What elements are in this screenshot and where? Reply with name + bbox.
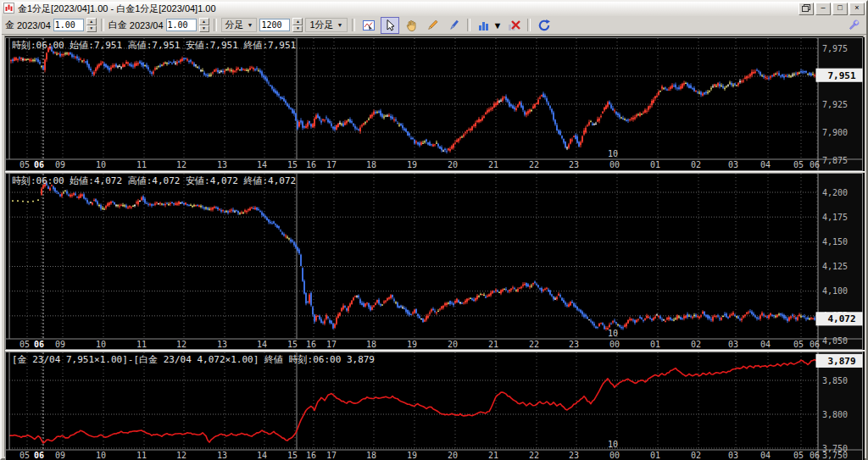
svg-text:11: 11: [136, 160, 147, 169]
svg-text:09: 09: [55, 340, 65, 349]
svg-text:16: 16: [306, 160, 316, 169]
svg-text:06: 06: [34, 160, 44, 169]
gold-multiplier-input[interactable]: [53, 19, 84, 31]
close-button[interactable]: ×: [849, 3, 865, 15]
pen-icon[interactable]: [444, 17, 463, 34]
svg-text:19: 19: [407, 340, 417, 349]
gold-spin-down-icon[interactable]: ▼: [86, 25, 97, 33]
svg-text:04: 04: [760, 340, 771, 349]
svg-text:00: 00: [609, 160, 620, 169]
platinum-spin-down-icon[interactable]: ▼: [199, 25, 209, 33]
minimize-button[interactable]: –: [815, 3, 831, 15]
toolbar-separator: [467, 19, 470, 31]
svg-text:01: 01: [650, 160, 660, 169]
bar-count-spin-up-icon[interactable]: ▲: [292, 18, 303, 25]
svg-text:05: 05: [793, 160, 804, 169]
svg-text:13: 13: [217, 160, 227, 169]
svg-text:7,875: 7,875: [822, 156, 848, 165]
svg-text:22: 22: [529, 451, 539, 460]
gold-multiplier-stepper[interactable]: ▲ ▼: [86, 18, 97, 32]
toolbar-separator: [101, 19, 104, 31]
svg-text:23: 23: [569, 160, 579, 169]
svg-text:14: 14: [257, 340, 267, 349]
svg-text:01: 01: [650, 451, 660, 460]
svg-text:20: 20: [448, 340, 458, 349]
platinum-symbol-label: 白金: [108, 19, 127, 31]
gold-chart-canvas[interactable]: 7,9757,9257,9007,87505060910111213141516…: [5, 37, 865, 171]
svg-text:18: 18: [366, 340, 376, 349]
svg-text:4,072: 4,072: [827, 313, 855, 324]
popout-window-button[interactable]: [798, 3, 814, 15]
bar-count-spin-down-icon[interactable]: ▼: [292, 25, 303, 33]
svg-text:02: 02: [691, 451, 701, 460]
svg-text:17: 17: [326, 451, 337, 460]
gold-spin-up-icon[interactable]: ▲: [86, 18, 97, 25]
bar-count-input[interactable]: [259, 19, 290, 31]
svg-text:7,925: 7,925: [822, 100, 848, 109]
svg-text:4,150: 4,150: [822, 237, 848, 247]
svg-text:10: 10: [608, 440, 618, 449]
svg-text:3,879: 3,879: [827, 356, 855, 367]
select-arrow-icon[interactable]: [381, 17, 399, 34]
svg-text:21: 21: [488, 160, 498, 169]
svg-text:18: 18: [366, 160, 376, 169]
svg-text:05: 05: [19, 451, 30, 460]
svg-text:7,900: 7,900: [822, 128, 848, 137]
platinum-chart-panel: 4,2004,1754,1504,1254,1004,0754,05005060…: [5, 173, 865, 350]
pan-hand-icon[interactable]: [402, 17, 420, 34]
platinum-spin-up-icon[interactable]: ▲: [199, 18, 209, 25]
toolbar-separator: [214, 19, 217, 31]
svg-text:19: 19: [407, 160, 417, 169]
svg-text:3,750: 3,750: [822, 451, 848, 460]
svg-text:11: 11: [136, 340, 147, 349]
gold-symbol-label: 金: [5, 19, 14, 31]
svg-text:14: 14: [257, 160, 267, 169]
svg-text:13: 13: [217, 451, 227, 460]
svg-text:03: 03: [728, 340, 738, 349]
refresh-icon[interactable]: [535, 17, 554, 34]
svg-text:10: 10: [608, 149, 618, 158]
platinum-contract-month: 2023/04: [130, 20, 164, 30]
spread-chart-canvas[interactable]: 3,8503,8003,7500506091011121314151617181…: [5, 352, 865, 460]
svg-text:7,951: 7,951: [827, 70, 855, 81]
chart-style-dropdown[interactable]: ▼: [475, 17, 503, 34]
chart-style-icon: [475, 17, 493, 34]
pencil-icon[interactable]: [423, 17, 442, 34]
svg-text:09: 09: [55, 160, 65, 169]
svg-text:03: 03: [728, 451, 738, 460]
svg-text:04: 04: [760, 451, 771, 460]
svg-text:22: 22: [529, 160, 539, 169]
maximize-button[interactable]: □: [832, 3, 848, 15]
platinum-multiplier-input[interactable]: [166, 19, 197, 31]
svg-text:3,850: 3,850: [822, 376, 848, 385]
svg-text:20: 20: [448, 160, 458, 169]
svg-text:10: 10: [96, 340, 106, 349]
svg-text:05: 05: [19, 340, 30, 349]
svg-text:06: 06: [810, 451, 820, 460]
platinum-chart-canvas[interactable]: 4,2004,1754,1504,1254,1004,0754,05005060…: [5, 173, 865, 350]
bar-count-stepper[interactable]: ▲ ▼: [292, 18, 303, 32]
period-dropdown[interactable]: 1分足 ▼: [305, 18, 347, 32]
chevron-down-icon: ▼: [337, 22, 343, 28]
gold-ohlc-readout: 時刻:06:00 始値:7,951 高値:7,951 安値:7,951 終値:7…: [12, 39, 296, 52]
svg-text:21: 21: [488, 340, 498, 349]
app-window: 金1分足[2023/04]1.00 - 白金1分足[2023/04]1.00 –…: [0, 0, 868, 460]
svg-text:4,200: 4,200: [822, 188, 848, 197]
svg-text:02: 02: [691, 160, 701, 169]
title-bar: 金1分足[2023/04]1.00 - 白金1分足[2023/04]1.00 –…: [2, 2, 866, 16]
svg-text:17: 17: [326, 160, 337, 169]
svg-text:00: 00: [609, 340, 620, 349]
clear-indicator-icon[interactable]: [504, 17, 523, 34]
settings-wrench-icon[interactable]: [844, 17, 863, 34]
svg-text:4,175: 4,175: [822, 213, 848, 222]
svg-text:4,050: 4,050: [822, 336, 848, 346]
svg-text:06: 06: [34, 340, 44, 349]
svg-text:02: 02: [691, 340, 701, 349]
chart-cursor-icon[interactable]: [359, 17, 378, 34]
svg-text:10: 10: [608, 329, 618, 338]
gold-chart-panel: 7,9757,9257,9007,87505060910111213141516…: [5, 37, 865, 171]
bar-type-dropdown[interactable]: 分足 ▼: [221, 18, 258, 32]
platinum-multiplier-stepper[interactable]: ▲ ▼: [199, 18, 209, 32]
svg-text:11: 11: [136, 451, 147, 460]
toolbar-separator: [352, 19, 355, 31]
